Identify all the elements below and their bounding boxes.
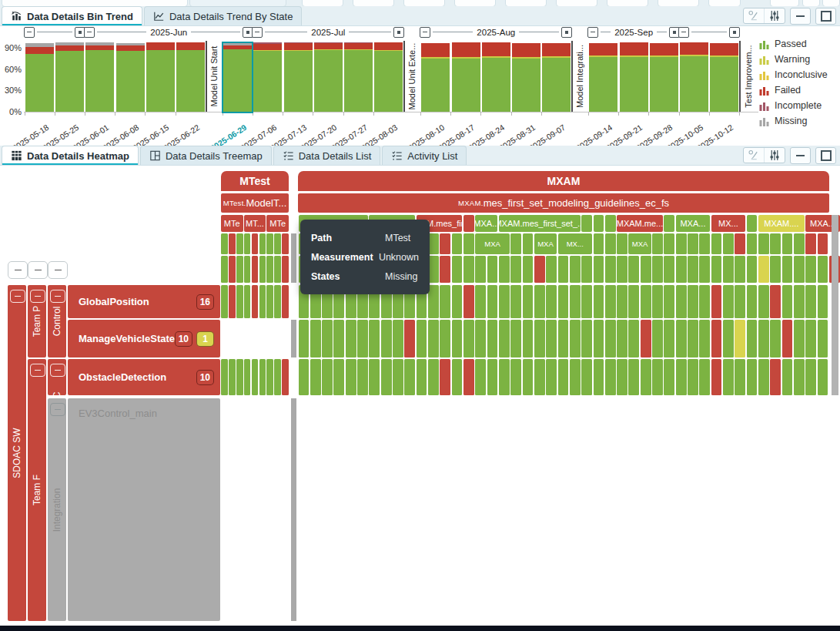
column-header-level5[interactable] [652, 256, 663, 283]
collapse-row-level-button[interactable] [48, 261, 68, 279]
heatmap-cell[interactable] [229, 359, 236, 395]
column-header-level5[interactable] [252, 256, 259, 283]
heatmap-cell[interactable] [794, 285, 805, 318]
row-root-sdoac-sw[interactable]: SDOAC SW [8, 285, 26, 621]
column-header-level3[interactable]: MXAM.... [758, 215, 805, 232]
trend-bar[interactable] [25, 43, 54, 112]
column-header-level4[interactable] [676, 233, 687, 254]
trend-bar[interactable] [116, 43, 145, 112]
heatmap-cell[interactable] [570, 359, 581, 395]
column-header-level5[interactable] [274, 256, 281, 283]
column-header-mtest[interactable]: MTest [221, 171, 289, 191]
column-header-level2[interactable]: MXAM.mes_first_set_modeling_guidelines_e… [298, 193, 829, 213]
heatmap-cell[interactable] [266, 359, 273, 395]
trend-bar[interactable] [650, 43, 678, 112]
trend-bar[interactable] [452, 42, 480, 112]
heatmap-cell[interactable] [546, 285, 557, 318]
column-header-level3[interactable]: MXA... [475, 215, 497, 232]
collapse-month-button[interactable] [420, 27, 430, 38]
heatmap-cell[interactable] [523, 285, 534, 318]
column-header-level4[interactable]: MXA [628, 233, 651, 254]
heatmap-cell[interactable] [652, 285, 663, 318]
tab-data-details-heatmap[interactable]: Data Details Heatmap [2, 146, 139, 165]
heatmap-cell[interactable] [221, 233, 228, 254]
heatmap-cell[interactable] [346, 359, 356, 395]
heatmap-cell[interactable] [274, 359, 281, 395]
heatmap-cell[interactable] [594, 359, 604, 395]
column-header-level4[interactable] [747, 233, 758, 254]
collapse-month-button[interactable] [587, 27, 598, 38]
column-header-level4[interactable] [723, 233, 734, 254]
column-header-level5[interactable] [428, 256, 439, 283]
heatmap-cell[interactable] [310, 320, 321, 357]
column-header-level5[interactable] [711, 256, 722, 283]
heatmap-cell[interactable] [452, 359, 463, 395]
heatmap-cell[interactable] [546, 320, 557, 357]
heatmap-cell[interactable] [266, 233, 273, 254]
heatmap-cell[interactable] [357, 359, 368, 395]
column-header-level4[interactable]: MX... [558, 233, 592, 254]
row-group-clipped[interactable]: C [48, 359, 66, 395]
heatmap-cell[interactable] [229, 233, 236, 254]
heatmap-cell[interactable] [805, 285, 816, 318]
heatmap-cell[interactable] [534, 359, 545, 395]
heatmap-cell[interactable] [747, 285, 758, 318]
heatmap-cell[interactable] [333, 320, 344, 357]
heatmap-cell[interactable] [758, 359, 769, 395]
heatmap-cell[interactable] [770, 320, 781, 357]
column-header-level5[interactable] [464, 256, 474, 283]
heatmap-cell[interactable] [641, 285, 651, 318]
heatmap-cell[interactable] [723, 285, 734, 318]
column-header-level5[interactable] [236, 256, 243, 283]
heatmap-cell[interactable] [393, 320, 403, 357]
heatmap-cell[interactable] [805, 359, 816, 395]
column-header-level5[interactable] [221, 256, 228, 283]
column-header-level5[interactable] [581, 256, 592, 283]
heatmap-cell[interactable] [723, 320, 734, 357]
column-header-level4[interactable] [805, 233, 816, 254]
collapse-group-button[interactable] [10, 290, 25, 303]
column-header-level4[interactable] [699, 233, 710, 254]
trend-bar[interactable] [374, 42, 403, 112]
trend-bar[interactable] [542, 43, 571, 112]
heatmap-cell[interactable] [617, 359, 627, 395]
trend-bar[interactable] [223, 43, 252, 112]
column-header-level5[interactable] [688, 256, 698, 283]
trend-bar[interactable] [176, 42, 205, 112]
expand-month-button[interactable] [729, 27, 740, 38]
heatmap-cell[interactable] [487, 320, 498, 357]
heatmap-cell[interactable] [464, 359, 474, 395]
heatmap-cell[interactable] [676, 285, 687, 318]
collapse-month-button[interactable] [24, 27, 35, 38]
heatmap-cell[interactable] [558, 285, 569, 318]
row-label-GlobalPosition[interactable]: GlobalPosition16 [68, 285, 220, 318]
heatmap-cell[interactable] [274, 233, 281, 254]
heatmap-cell[interactable] [758, 320, 769, 357]
heatmap-cell[interactable] [534, 320, 545, 357]
heatmap-cell[interactable] [782, 320, 793, 357]
column-header-level5[interactable] [487, 256, 498, 283]
heatmap-cell[interactable] [244, 285, 251, 318]
heatmap-cell[interactable] [664, 359, 674, 395]
unknown-measurement-cell[interactable] [291, 320, 296, 357]
column-header-level2[interactable]: MTest.ModelT... [221, 193, 289, 213]
column-header-level3[interactable] [664, 215, 674, 232]
heatmap-cell[interactable] [617, 320, 627, 357]
heatmap-cell[interactable] [688, 285, 698, 318]
column-header-level3[interactable] [581, 215, 592, 232]
heatmap-cell[interactable] [333, 359, 344, 395]
heatmap-cell[interactable] [628, 285, 639, 318]
trend-bar[interactable] [620, 42, 648, 112]
heatmap-cell[interactable] [475, 359, 486, 395]
tab-data-details-bin-trend[interactable]: Data Details Bin Trend [2, 6, 142, 25]
heatmap-cell[interactable] [369, 320, 380, 357]
heatmap-cell[interactable] [428, 359, 439, 395]
heatmap-cell[interactable] [236, 359, 243, 395]
heatmap-cell[interactable] [357, 320, 368, 357]
tab-data-details-treemap[interactable]: Data Details Treemap [140, 146, 272, 165]
filter-sliders-icon[interactable] [765, 8, 785, 23]
column-header-level5[interactable] [818, 256, 828, 283]
column-header-level5[interactable] [782, 256, 793, 283]
heatmap-cell[interactable] [440, 285, 450, 318]
heatmap-cell[interactable] [299, 320, 310, 357]
